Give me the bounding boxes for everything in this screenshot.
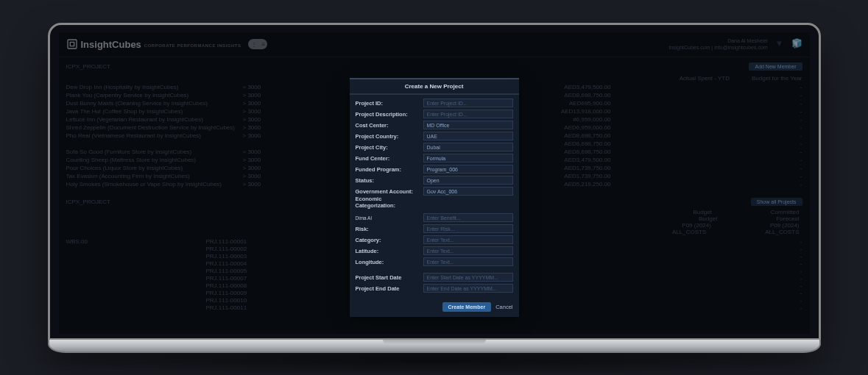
- header-toggle[interactable]: ⋮≡: [248, 39, 267, 49]
- h-all: ALL_COSTS: [672, 229, 706, 235]
- field-label: Latitude:: [356, 248, 423, 254]
- brand-name: InsightCubes: [81, 39, 141, 50]
- h-budget2: Budget: [699, 215, 717, 222]
- gov_account-input[interactable]: Gov Acc_006: [423, 187, 513, 196]
- field-label: Longitude:: [356, 259, 423, 265]
- add-member-button[interactable]: Add New Member: [749, 63, 802, 71]
- longitude-input[interactable]: Enter Text...: [423, 257, 513, 266]
- wbs-label: WBS.00: [66, 238, 206, 245]
- field-label: Fund Center:: [356, 155, 423, 162]
- field-label: Government Account:: [356, 188, 423, 195]
- field-label: Project End Date: [356, 285, 423, 292]
- h-period2: P09 (2024): [770, 222, 800, 229]
- risk-input[interactable]: Enter Risk...: [423, 224, 513, 233]
- field-label: Project City:: [356, 144, 423, 151]
- user-name: Dana Al Meshelei: [668, 38, 767, 44]
- section1-title: ICPX_PROJECT: [66, 63, 110, 70]
- cost_center-input[interactable]: MD Office: [423, 121, 513, 129]
- show-all-button[interactable]: Show all Projects: [751, 198, 802, 206]
- project_desc-input[interactable]: Enter Project ID...: [423, 110, 513, 118]
- app-screen: InsightCubes CORPORATE PERFORMANCE INSIG…: [59, 32, 810, 334]
- laptop-base: [48, 340, 821, 353]
- start_date-input[interactable]: Enter Start Date as YYYYMM...: [423, 273, 513, 282]
- filter-icon[interactable]: ▼: [775, 38, 784, 50]
- field-label: Funded Program:: [356, 166, 423, 173]
- h-period: P09 (2024): [682, 222, 711, 229]
- modal-title: Create a New Project: [350, 79, 519, 93]
- h-committed: Committed: [771, 209, 800, 215]
- section1-bar: ICPX_PROJECT Add New Member: [66, 60, 802, 74]
- brand-subtitle: CORPORATE PERFORMANCE INSIGHTS: [144, 43, 241, 48]
- field-label: Economic Categorization:: [356, 196, 423, 209]
- field-label: Category:: [356, 237, 423, 243]
- cart-icon[interactable]: 🧊: [791, 38, 802, 50]
- col-budget: Budget for the Year: [752, 75, 802, 82]
- end_date-input[interactable]: Enter End Date as YYYYMM...: [423, 284, 513, 293]
- svg-rect-0: [68, 40, 77, 49]
- latitude-input[interactable]: Enter Text...: [423, 246, 513, 255]
- dima_al-input[interactable]: Enter Benefit...: [423, 213, 513, 222]
- field-label: Status:: [356, 177, 423, 184]
- field-label: Project Start Date: [356, 274, 423, 281]
- field-label: Risk:: [356, 226, 423, 232]
- logo-icon: [66, 38, 78, 50]
- funded_program-input[interactable]: Program_006: [423, 165, 513, 174]
- field-label: Project Country:: [356, 133, 423, 140]
- status-input[interactable]: Open: [423, 176, 513, 185]
- category-input[interactable]: Enter Text...: [423, 235, 513, 244]
- city-input[interactable]: Dubai: [423, 143, 513, 151]
- app-header: InsightCubes CORPORATE PERFORMANCE INSIG…: [59, 32, 810, 57]
- fund_center-input[interactable]: Formula: [423, 154, 513, 162]
- field-label: Cost Center:: [356, 122, 423, 129]
- col-spent: Actual Spent - YTD: [680, 75, 730, 82]
- cancel-button[interactable]: Cancel: [495, 304, 512, 310]
- h-forecast: Forecast: [776, 215, 799, 222]
- field-label: Dima Al: [356, 215, 423, 221]
- section2-title: ICPX_PROJECT: [66, 199, 110, 205]
- field-label: Project Description:: [356, 111, 423, 118]
- create-project-modal: Create a New Project Project ID:Enter Pr…: [350, 78, 519, 317]
- user-contact: InsightCubes.com | info@insightcubes.com: [668, 44, 767, 51]
- h-all2: ALL_COSTS: [765, 229, 799, 235]
- brand-logo: InsightCubes CORPORATE PERFORMANCE INSIG…: [66, 38, 241, 50]
- project_id-input[interactable]: Enter Project ID...: [423, 99, 513, 107]
- country-input[interactable]: UAE: [423, 132, 513, 140]
- field-label: Project ID:: [356, 100, 423, 107]
- h-budget: Budget: [693, 209, 711, 215]
- create-member-button[interactable]: Create Member: [442, 302, 492, 312]
